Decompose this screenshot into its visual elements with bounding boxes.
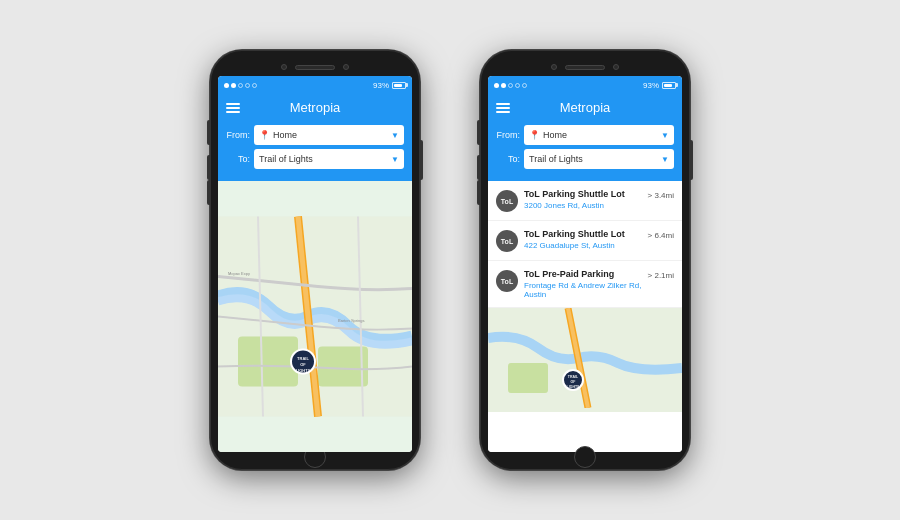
to-row-2: To: Trail of Lights ▼ <box>496 149 674 169</box>
result-address-1: 3200 Jones Rd, Austin <box>524 201 642 210</box>
result-item-2[interactable]: ToL ToL Parking Shuttle Lot 422 Guadalup… <box>488 221 682 261</box>
dot2-2 <box>501 83 506 88</box>
to-input-content-2: Trail of Lights <box>529 154 583 164</box>
to-dropdown-arrow-1: ▼ <box>391 155 399 164</box>
signal-dots-2 <box>494 83 527 88</box>
svg-text:OF: OF <box>300 362 306 367</box>
to-input-content-1: Trail of Lights <box>259 154 313 164</box>
battery-fill-2 <box>664 84 672 87</box>
hamburger-line-2-1 <box>496 103 510 105</box>
svg-text:LIGHTS: LIGHTS <box>296 368 311 373</box>
battery-percent-2: 93% <box>643 81 659 90</box>
app-title-2: Metropia <box>518 100 652 115</box>
mini-map-2: TRAIL OF LIGHTS <box>488 308 682 408</box>
svg-text:TRAIL: TRAIL <box>568 375 579 379</box>
phone-2: 93% Metropia From: <box>480 50 690 470</box>
result-name-1: ToL Parking Shuttle Lot <box>524 189 642 200</box>
from-dropdown-arrow-1: ▼ <box>391 131 399 140</box>
svg-rect-1 <box>238 337 298 387</box>
from-row-1: From: 📍 Home ▼ <box>226 125 404 145</box>
to-value-1: Trail of Lights <box>259 154 313 164</box>
app-header-2: Metropia <box>488 94 682 121</box>
status-bar-1: 93% <box>218 76 412 94</box>
from-value-1: Home <box>273 130 297 140</box>
location-pin-icon-1: 📍 <box>259 130 270 140</box>
phone-1-wrapper: 93% Metropia From: <box>210 50 420 470</box>
results-list-2: ToL ToL Parking Shuttle Lot 3200 Jones R… <box>488 181 682 452</box>
app-header-1: Metropia <box>218 94 412 121</box>
svg-text:Mopac Expy: Mopac Expy <box>228 271 250 276</box>
from-input-2[interactable]: 📍 Home ▼ <box>524 125 674 145</box>
dot2-5 <box>522 83 527 88</box>
dot4 <box>245 83 250 88</box>
svg-text:OF: OF <box>571 380 577 384</box>
result-address-3: Frontage Rd & Andrew Zilker Rd, Austin <box>524 281 642 299</box>
to-row-1: To: Trail of Lights ▼ <box>226 149 404 169</box>
to-label-1: To: <box>226 154 250 164</box>
svg-rect-10 <box>508 363 548 393</box>
phone-1: 93% Metropia From: <box>210 50 420 470</box>
dot2 <box>231 83 236 88</box>
dot2-3 <box>508 83 513 88</box>
to-input-2[interactable]: Trail of Lights ▼ <box>524 149 674 169</box>
battery-icon-2 <box>662 82 676 89</box>
result-info-2: ToL Parking Shuttle Lot 422 Guadalupe St… <box>524 229 642 250</box>
svg-text:Barton Springs: Barton Springs <box>338 318 364 323</box>
result-name-3: ToL Pre-Paid Parking <box>524 269 642 280</box>
battery-1: 93% <box>373 81 406 90</box>
to-value-2: Trail of Lights <box>529 154 583 164</box>
sensor-2 <box>613 64 619 70</box>
hamburger-menu-2[interactable] <box>496 103 510 113</box>
battery-2: 93% <box>643 81 676 90</box>
result-item-3[interactable]: ToL ToL Pre-Paid Parking Frontage Rd & A… <box>488 261 682 308</box>
app-title-1: Metropia <box>248 100 382 115</box>
camera-1 <box>281 64 287 70</box>
result-distance-3: > 2.1mi <box>648 271 674 280</box>
home-button-2[interactable] <box>574 446 596 468</box>
signal-dots-1 <box>224 83 257 88</box>
speaker-1 <box>295 65 335 70</box>
to-dropdown-arrow-2: ▼ <box>661 155 669 164</box>
speaker-2 <box>565 65 605 70</box>
dot1 <box>224 83 229 88</box>
phone-top-bar-2 <box>488 60 682 76</box>
dot3 <box>238 83 243 88</box>
sensor-1 <box>343 64 349 70</box>
phone-top-bar-1 <box>218 60 412 76</box>
hamburger-line-2-3 <box>496 111 510 113</box>
result-icon-2: ToL <box>496 230 518 252</box>
result-info-3: ToL Pre-Paid Parking Frontage Rd & Andre… <box>524 269 642 299</box>
to-label-2: To: <box>496 154 520 164</box>
dot5 <box>252 83 257 88</box>
from-dropdown-arrow-2: ▼ <box>661 131 669 140</box>
hamburger-line-3 <box>226 111 240 113</box>
form-area-2: From: 📍 Home ▼ To: Trail of Lights <box>488 121 682 181</box>
svg-text:LIGHTS: LIGHTS <box>567 385 580 389</box>
from-input-1[interactable]: 📍 Home ▼ <box>254 125 404 145</box>
home-bar-2 <box>488 452 682 460</box>
result-name-2: ToL Parking Shuttle Lot <box>524 229 642 240</box>
from-row-2: From: 📍 Home ▼ <box>496 125 674 145</box>
result-icon-3: ToL <box>496 270 518 292</box>
phone-screen-1: 93% Metropia From: <box>218 76 412 452</box>
phone-screen-2: 93% Metropia From: <box>488 76 682 452</box>
hamburger-menu-1[interactable] <box>226 103 240 113</box>
dot2-1 <box>494 83 499 88</box>
hamburger-line-2 <box>226 107 240 109</box>
battery-percent-1: 93% <box>373 81 389 90</box>
hamburger-line-2-2 <box>496 107 510 109</box>
result-item-1[interactable]: ToL ToL Parking Shuttle Lot 3200 Jones R… <box>488 181 682 221</box>
phone-2-wrapper: 93% Metropia From: <box>480 50 690 470</box>
result-icon-1: ToL <box>496 190 518 212</box>
from-input-content-1: 📍 Home <box>259 130 297 140</box>
hamburger-line-1 <box>226 103 240 105</box>
from-label-2: From: <box>496 130 520 140</box>
to-input-1[interactable]: Trail of Lights ▼ <box>254 149 404 169</box>
from-label-1: From: <box>226 130 250 140</box>
battery-fill-1 <box>394 84 402 87</box>
from-value-2: Home <box>543 130 567 140</box>
location-pin-icon-2: 📍 <box>529 130 540 140</box>
map-area-1: TRAIL OF LIGHTS Mopac Expy Barton Spring… <box>218 181 412 452</box>
result-address-2: 422 Guadalupe St, Austin <box>524 241 642 250</box>
result-distance-2: > 6.4mi <box>648 231 674 240</box>
